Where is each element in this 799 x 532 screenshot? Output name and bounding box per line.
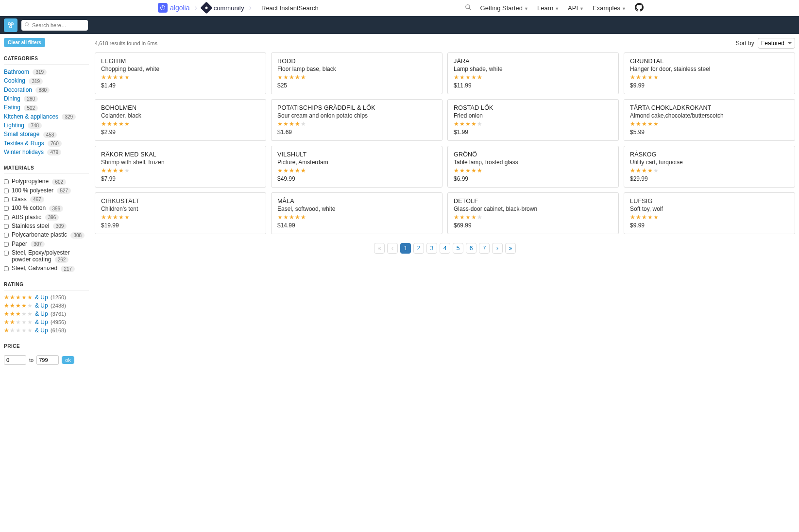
material-item[interactable]: Glass 467 [4, 195, 89, 204]
categories-heading: CATEGORIES [4, 56, 89, 61]
category-item[interactable]: Textiles & Rugs 760 [4, 139, 89, 148]
search-icon[interactable] [465, 4, 472, 12]
price-ok-button[interactable]: ok [62, 356, 74, 364]
material-checkbox[interactable] [4, 215, 9, 220]
result-card[interactable]: RÄKOR MED SKALShrimp with shell, frozen★… [95, 146, 266, 188]
page-link[interactable]: 1 [400, 243, 411, 254]
result-card[interactable]: RODDFloor lamp base, black★★★★★$25 [271, 52, 442, 94]
page-link[interactable]: 5 [453, 243, 463, 254]
page-link[interactable]: 6 [466, 243, 476, 254]
material-checkbox[interactable] [4, 189, 9, 193]
app-logo-icon[interactable] [4, 18, 17, 32]
category-link[interactable]: Decoration [4, 86, 32, 93]
page-6[interactable]: 6 [466, 243, 476, 254]
nav-learn[interactable]: Learn▼ [537, 4, 559, 12]
result-card[interactable]: CIRKUSTÄLTChildren's tent★★★★★$19.99 [95, 192, 266, 234]
material-item[interactable]: ABS plastic 396 [4, 213, 89, 222]
rating-item[interactable]: ★★★★★& Up (3761) [4, 310, 89, 318]
material-checkbox[interactable] [4, 179, 9, 184]
material-item[interactable]: Stainless steel 309 [4, 222, 89, 230]
material-checkbox[interactable] [4, 224, 9, 229]
nav-examples[interactable]: Examples▼ [593, 4, 626, 12]
result-card[interactable]: BOHOLMENColander, black★★★★★$2.99 [95, 99, 266, 141]
result-card[interactable]: VILSHULTPicture, Amsterdam★★★★★$49.99 [271, 146, 442, 188]
result-card[interactable]: DETOLFGlass-door cabinet, black-brown★★★… [447, 192, 619, 234]
category-link[interactable]: Winter holidays [4, 149, 44, 155]
result-card[interactable]: GRUNDTALHanger for door, stainless steel… [624, 52, 795, 94]
material-item[interactable]: Polycarbonate plastic 308 [4, 230, 89, 239]
page-link[interactable]: 2 [413, 243, 424, 254]
clear-filters-button[interactable]: Clear all filters [4, 38, 45, 47]
category-link[interactable]: Eating [4, 104, 20, 111]
category-item[interactable]: Bathroom 319 [4, 68, 89, 76]
result-card[interactable]: LUFSIGSoft toy, wolf★★★★★$9.99 [624, 192, 795, 234]
page-3[interactable]: 3 [426, 243, 437, 254]
material-item[interactable]: 100 % polyester 527 [4, 186, 89, 195]
page-link[interactable]: » [505, 243, 516, 254]
sortby-select[interactable]: Featured [758, 38, 795, 49]
material-checkbox[interactable] [4, 266, 9, 271]
price-min-input[interactable] [4, 355, 26, 365]
page-link[interactable]: 3 [426, 243, 437, 254]
page-5[interactable]: 5 [453, 243, 463, 254]
page-1[interactable]: 1 [400, 243, 411, 254]
material-item[interactable]: 100 % cotton 396 [4, 204, 89, 212]
rating-item[interactable]: ★★★★★& Up (4956) [4, 318, 89, 326]
material-item[interactable]: Paper 307 [4, 240, 89, 248]
page-link[interactable]: 7 [479, 243, 490, 254]
material-item[interactable]: Polypropylene 602 [4, 177, 89, 186]
page-link[interactable]: › [492, 243, 503, 254]
category-item[interactable]: Cooking 319 [4, 76, 89, 85]
category-item[interactable]: Decoration 880 [4, 86, 89, 94]
material-item[interactable]: Steel, Galvanized 217 [4, 264, 89, 273]
result-card[interactable]: TÅRTA CHOKLADKROKANTAlmond cake,chocolat… [624, 99, 795, 141]
material-checkbox[interactable] [4, 233, 9, 238]
result-card[interactable]: POTATISCHIPS GRÄDDFIL & LÖKSour cream an… [271, 99, 442, 141]
category-item[interactable]: Small storage 453 [4, 130, 89, 138]
page-link[interactable]: 4 [440, 243, 450, 254]
category-item[interactable]: Dining 280 [4, 94, 89, 103]
material-item[interactable]: Steel, Epoxy/polyester powder coating 26… [4, 248, 89, 264]
category-link[interactable]: Dining [4, 95, 20, 102]
result-type: Almond cake,chocolate/butterscotch [630, 112, 789, 119]
category-link[interactable]: Kitchen & appliances [4, 113, 58, 120]
page-last[interactable]: » [505, 243, 516, 254]
page-next[interactable]: › [492, 243, 503, 254]
material-checkbox[interactable] [4, 251, 9, 256]
category-link[interactable]: Lighting [4, 122, 24, 129]
price-max-input[interactable] [36, 355, 59, 365]
sidebar: Clear all filters CATEGORIES Bathroom 31… [4, 38, 89, 365]
result-card[interactable]: JÄRALamp shade, white★★★★★$11.99 [447, 52, 619, 94]
nav-api[interactable]: API▼ [568, 4, 584, 12]
material-checkbox[interactable] [4, 197, 9, 202]
result-card[interactable]: GRÖNÖTable lamp, frosted glass★★★★★$6.99 [447, 146, 619, 188]
nav-getting-started[interactable]: Getting Started▼ [480, 4, 528, 12]
brand-algolia-link[interactable]: algolia [158, 3, 189, 13]
category-item[interactable]: Winter holidays 479 [4, 148, 89, 156]
page-4[interactable]: 4 [440, 243, 450, 254]
material-checkbox[interactable] [4, 206, 9, 211]
result-type: Colander, black [101, 112, 260, 119]
category-item[interactable]: Kitchen & appliances 329 [4, 112, 89, 121]
page-7[interactable]: 7 [479, 243, 490, 254]
category-link[interactable]: Cooking [4, 77, 25, 84]
category-link[interactable]: Textiles & Rugs [4, 140, 44, 147]
result-rating: ★★★★★ [630, 167, 789, 174]
result-card[interactable]: ROSTAD LÖKFried onion★★★★★$1.99 [447, 99, 619, 141]
category-item[interactable]: Eating 502 [4, 103, 89, 112]
result-card[interactable]: MÅLAEasel, softwood, white★★★★★$14.99 [271, 192, 442, 234]
github-icon[interactable] [635, 3, 644, 13]
brand-community-link[interactable]: community [202, 3, 244, 12]
category-link[interactable]: Bathroom [4, 69, 29, 75]
material-checkbox[interactable] [4, 242, 9, 247]
result-card[interactable]: LEGITIMChopping board, white★★★★★$1.49 [95, 52, 266, 94]
category-link[interactable]: Small storage [4, 131, 39, 137]
search-input[interactable] [21, 20, 88, 31]
category-item[interactable]: Lighting 748 [4, 121, 89, 130]
rating-item[interactable]: ★★★★★& Up (1250) [4, 293, 89, 302]
count-badge: 262 [55, 257, 69, 263]
result-card[interactable]: RÅSKOGUtility cart, turquoise★★★★★$29.99 [624, 146, 795, 188]
rating-item[interactable]: ★★★★★& Up (6168) [4, 326, 89, 335]
rating-item[interactable]: ★★★★★& Up (2488) [4, 302, 89, 310]
page-2[interactable]: 2 [413, 243, 424, 254]
